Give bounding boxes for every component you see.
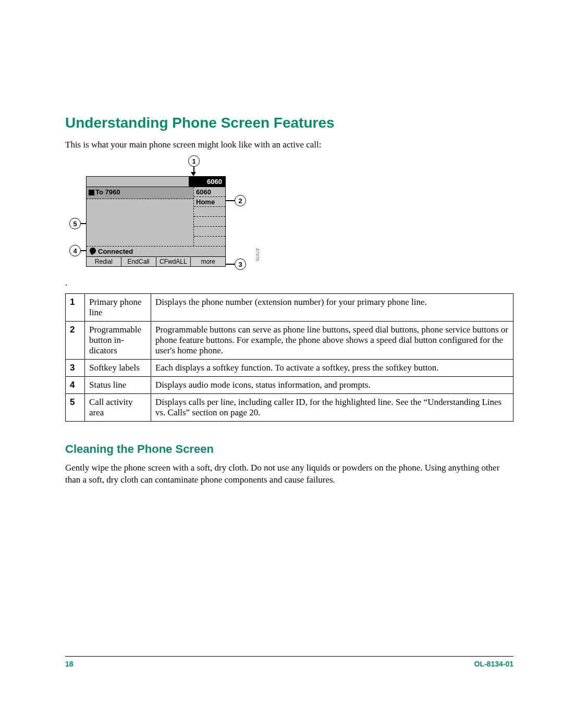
arrow-line: [81, 250, 86, 251]
softkey-endcall: EndCall: [121, 257, 156, 266]
status-line: Connected: [87, 246, 225, 256]
handset-icon: [89, 246, 97, 255]
line-button-5: [194, 227, 225, 237]
diagram-id: 47976: [255, 248, 260, 261]
arrow-line: [226, 264, 235, 265]
intro-text: This is what your main phone screen migh…: [65, 140, 513, 150]
callout-desc: Programmable buttons can serve as phone …: [151, 322, 513, 360]
line-button-3: [194, 207, 225, 217]
callout-number: 3: [66, 360, 85, 377]
callout-1: 1: [188, 155, 200, 167]
callout-term: Primary phone line: [85, 294, 151, 322]
callout-number: 4: [66, 377, 85, 394]
callout-2: 2: [235, 195, 246, 206]
callout-term: Status line: [85, 377, 151, 394]
phone-screen: 6060 To 7960 6060 Home Con: [86, 176, 226, 267]
call-icon: [89, 190, 94, 195]
callout-number: 2: [66, 322, 85, 360]
cleaning-paragraph: Gently wipe the phone screen with a soft…: [65, 462, 513, 486]
callout-term: Call activity area: [85, 394, 151, 422]
arrow-line: [226, 200, 235, 201]
callout-desc: Displays calls per line, including calle…: [151, 394, 513, 422]
callout-term: Softkey labels: [85, 360, 151, 377]
table-row: 3Softkey labelsEach displays a softkey f…: [66, 360, 513, 377]
callout-table: 1Primary phone lineDisplays the phone nu…: [65, 293, 513, 422]
table-row: 1Primary phone lineDisplays the phone nu…: [66, 294, 513, 322]
arrow-head-icon: [191, 172, 196, 176]
page-number: 18: [65, 660, 74, 668]
softkey-redial: Redial: [87, 257, 121, 266]
line-button-6: [194, 237, 225, 246]
subsection-heading: Cleaning the Phone Screen: [65, 442, 513, 456]
table-row: 5Call activity areaDisplays calls per li…: [66, 394, 513, 422]
call-activity-area: [87, 199, 193, 246]
status-text: Connected: [98, 248, 133, 255]
callout-desc: Displays audio mode icons, status inform…: [151, 377, 513, 394]
button-indicators: 6060 Home: [194, 187, 225, 246]
callout-3: 3: [235, 258, 246, 270]
softkey-more: more: [191, 257, 225, 266]
page-footer: 18 OL-8134-01: [65, 656, 513, 668]
callout-5: 5: [69, 218, 81, 229]
softkey-cfwdall: CFwdALL: [156, 257, 191, 266]
callout-number: 1: [66, 294, 85, 322]
softkey-row: Redial EndCall CFwdALL more: [87, 256, 225, 266]
doc-number: OL-8134-01: [474, 660, 513, 668]
arrow-line: [81, 223, 86, 224]
separator-dot: .: [65, 278, 513, 288]
callout-desc: Each displays a softkey function. To act…: [151, 360, 513, 377]
primary-line-number: 6060: [189, 177, 225, 187]
call-to-label: To 7960: [95, 188, 120, 196]
callout-desc: Displays the phone number (extension num…: [151, 294, 513, 322]
line-button-4: [194, 217, 225, 227]
section-heading: Understanding Phone Screen Features: [65, 115, 513, 131]
call-activity-row: To 7960: [87, 187, 193, 199]
callout-term: Programma­ble button in­dicators: [85, 322, 151, 360]
line-button-2: Home: [194, 197, 225, 207]
callout-4: 4: [69, 245, 81, 256]
line-button-1: 6060: [194, 187, 225, 197]
table-row: 2Programma­ble button in­dicatorsProgram…: [66, 322, 513, 360]
phone-diagram: 1 6060 To 7960 6060 Home: [65, 155, 263, 273]
callout-number: 5: [66, 394, 85, 422]
table-row: 4Status lineDisplays audio mode icons, s…: [66, 377, 513, 394]
